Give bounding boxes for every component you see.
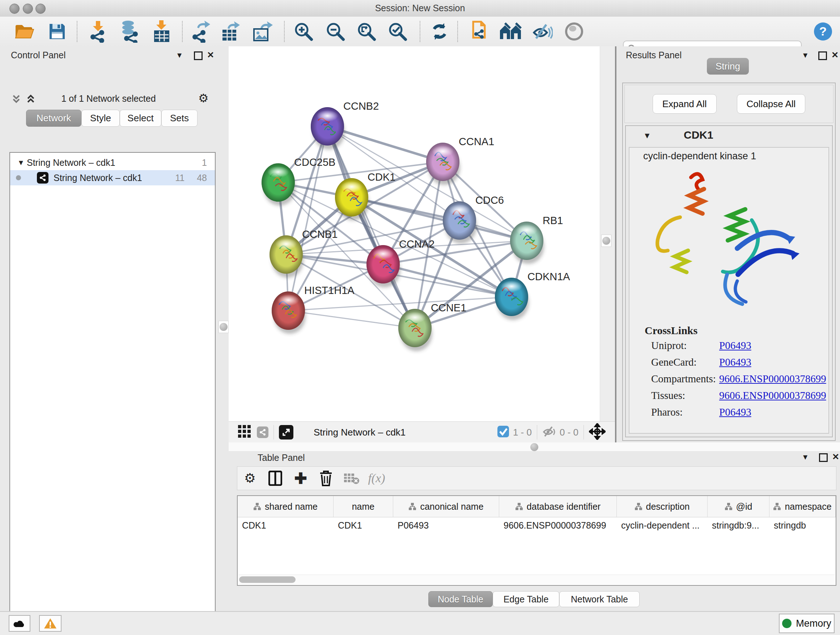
cloud-status-button[interactable] <box>9 615 30 632</box>
table-cell[interactable]: CDK1 <box>333 520 393 531</box>
float-panel-icon[interactable]: ▾ <box>803 453 807 461</box>
network-edge[interactable] <box>288 310 415 328</box>
export-network-button[interactable] <box>189 20 212 43</box>
network-node-CCNE1[interactable] <box>398 309 432 351</box>
network-options-gear-icon[interactable]: ⚙ <box>198 91 209 105</box>
hide-selected-button[interactable] <box>531 20 554 43</box>
network-node-CCNA1[interactable] <box>426 143 460 185</box>
string-network-graph[interactable]: CCNB2CCNA1CDC25BCDK1CDC6RB1CCNB1CCNA2CDK… <box>229 46 600 421</box>
column-header[interactable]: description <box>617 496 707 517</box>
tab-string[interactable]: String <box>707 58 749 74</box>
graphics-detail-button[interactable] <box>563 20 585 43</box>
network-node-CDC25B[interactable] <box>262 163 295 206</box>
column-header[interactable]: database identifier <box>499 496 617 517</box>
float-panel-icon[interactable]: ▾ <box>803 51 807 59</box>
help-button[interactable]: ? <box>812 20 834 43</box>
close-panel-icon[interactable]: ✕ <box>832 453 839 461</box>
save-session-button[interactable] <box>46 20 68 43</box>
network-collection-row[interactable]: ▼ String Network – cdk1 1 <box>10 155 215 170</box>
splitter-grip[interactable] <box>531 443 538 451</box>
tab-edge-table[interactable]: Edge Table <box>493 591 559 607</box>
maximize-panel-icon[interactable] <box>818 51 827 62</box>
close-panel-icon[interactable]: ✕ <box>207 51 214 59</box>
memory-button[interactable]: Memory <box>779 614 835 633</box>
table-cell[interactable]: 9606.ENSP00000378699 <box>499 520 617 531</box>
warnings-button[interactable] <box>39 615 62 632</box>
show-columns-icon[interactable] <box>263 470 288 486</box>
network-view-type-icon[interactable] <box>257 426 268 438</box>
pharos-link[interactable]: P06493 <box>719 406 752 418</box>
delete-column-icon[interactable] <box>313 470 339 486</box>
vertical-splitter-right[interactable] <box>600 46 615 421</box>
refresh-button[interactable] <box>428 20 451 43</box>
splitter-grip[interactable] <box>602 237 610 245</box>
gene-expander-icon[interactable]: ▼ <box>643 131 651 141</box>
compartments-link[interactable]: 9606.ENSP00000378699 <box>719 373 826 385</box>
import-table-button[interactable] <box>150 20 173 43</box>
collection-expander-icon[interactable]: ▼ <box>17 158 27 167</box>
vertical-splitter-left[interactable] <box>217 46 229 611</box>
detach-view-icon[interactable] <box>279 425 294 440</box>
import-network-from-database-button[interactable] <box>118 20 141 43</box>
birdseye-navigator-icon[interactable] <box>589 423 606 441</box>
tab-select[interactable]: Select <box>120 110 161 127</box>
float-panel-icon[interactable]: ▾ <box>177 51 182 59</box>
tab-node-table[interactable]: Node Table <box>428 591 493 607</box>
table-cell[interactable]: stringdb <box>769 520 836 531</box>
import-network-button[interactable] <box>87 20 109 43</box>
scrollbar-thumb[interactable] <box>239 576 295 583</box>
table-cell[interactable]: cyclin-dependent ... <box>617 520 707 531</box>
export-table-button[interactable] <box>219 20 242 43</box>
selected-nodes-checkbox[interactable] <box>497 425 509 439</box>
hidden-elements-icon[interactable] <box>542 425 557 439</box>
grid-view-icon[interactable] <box>238 425 251 440</box>
open-session-button[interactable] <box>13 20 36 43</box>
tab-network-table[interactable]: Network Table <box>559 591 639 607</box>
splitter-grip[interactable] <box>219 323 227 331</box>
close-panel-icon[interactable]: ✕ <box>831 51 838 59</box>
create-column-icon[interactable]: ✚ <box>288 470 313 487</box>
table-options-gear-icon[interactable]: ⚙ <box>237 470 263 486</box>
column-header[interactable]: shared name <box>238 496 333 517</box>
maximize-panel-icon[interactable] <box>194 51 202 62</box>
network-node-CDC6[interactable] <box>443 201 477 244</box>
collapse-all-button[interactable]: Collapse All <box>737 94 806 114</box>
table-cell[interactable]: stringdb:9... <box>707 520 769 531</box>
clone-network-button[interactable] <box>469 20 491 43</box>
column-header[interactable]: canonical name <box>393 496 499 517</box>
tab-network[interactable]: Network <box>26 110 81 127</box>
tab-style[interactable]: Style <box>81 110 120 127</box>
function-builder-icon[interactable]: f(x) <box>364 471 389 485</box>
zoom-in-button[interactable] <box>292 20 315 43</box>
network-edge[interactable] <box>288 126 327 310</box>
uniprot-link[interactable]: P06493 <box>719 340 752 352</box>
zoom-selected-button[interactable] <box>386 20 409 43</box>
maximize-panel-icon[interactable] <box>819 453 828 463</box>
toolbar-separator <box>420 21 420 42</box>
column-header[interactable]: name <box>333 496 393 517</box>
zoom-out-button[interactable] <box>324 20 347 43</box>
horizontal-splitter[interactable] <box>229 442 840 451</box>
tab-sets[interactable]: Sets <box>161 110 197 127</box>
zoom-fit-button[interactable] <box>355 20 378 43</box>
export-image-button[interactable] <box>251 20 273 43</box>
network-node-RB1[interactable] <box>510 222 544 264</box>
table-cell[interactable]: CDK1 <box>238 520 333 531</box>
column-header[interactable]: namespace <box>769 496 836 517</box>
network-node-CCNB2[interactable] <box>311 107 345 149</box>
genecard-link[interactable]: P06493 <box>719 356 752 368</box>
table-row[interactable]: CDK1CDK1P064939606.ENSP00000378699cyclin… <box>238 517 836 533</box>
network-node-CDKN1A[interactable] <box>495 278 529 320</box>
table-cell[interactable]: P06493 <box>393 520 499 531</box>
delete-table-icon[interactable] <box>339 472 364 485</box>
tissues-link[interactable]: 9606.ENSP00000378699 <box>719 390 826 402</box>
first-neighbors-button[interactable] <box>499 20 522 43</box>
network-node-CCNB1[interactable] <box>270 235 303 278</box>
network-row[interactable]: String Network – cdk1 11 48 <box>10 170 215 185</box>
column-header[interactable]: @id <box>707 496 769 517</box>
table-horizontal-scrollbar[interactable] <box>238 575 835 584</box>
expand-all-button[interactable]: Expand All <box>653 94 717 114</box>
network-node-HIST1H1A[interactable] <box>272 291 306 334</box>
network-canvas[interactable]: CCNB2CCNA1CDC25BCDK1CDC6RB1CCNB1CCNA2CDK… <box>229 46 600 421</box>
network-node-CDK1[interactable] <box>335 178 369 220</box>
